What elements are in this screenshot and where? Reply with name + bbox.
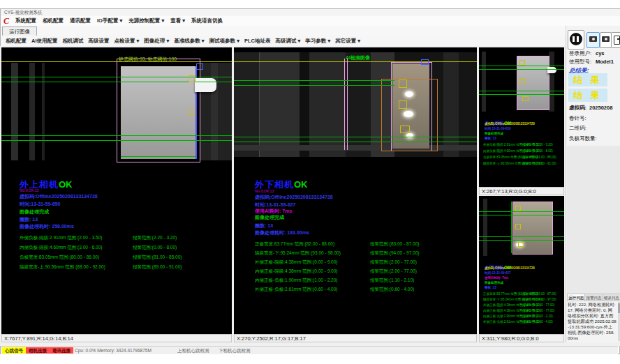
electrode-tab — [195, 78, 216, 92]
measure-line — [1, 82, 232, 82]
menu-item-3[interactable]: IO手配置 ▾ — [97, 17, 122, 24]
toolbar-item-2[interactable]: 相机调试 — [63, 38, 84, 45]
alarm-range: 报警范围:(0.00 - 8.00) — [522, 149, 553, 153]
toolbar-item-6[interactable]: 基准线参数 ▾ — [174, 38, 204, 45]
menu-item-6[interactable]: 系统语言切换 — [191, 17, 223, 24]
log-tab-2[interactable]: 错误日志 — [603, 294, 620, 301]
detect-mark — [421, 59, 429, 65]
alarm-range: 报警范围:(1.10 - 2.10) — [522, 314, 553, 318]
side-panel: 登录用户: cys 使用型号: Model1 总结果: 结 果 结 果 虚拟码:… — [566, 26, 620, 342]
cpu-memory-text: Cpu: 0.0% Memory: 3424.41796875M — [75, 348, 152, 353]
log-tabs: 运行日志报警日志错误日志 — [567, 294, 620, 301]
model-label: 使用型号: — [569, 59, 591, 66]
measurement-row: 内侧负极-隔膜:4.60mm 范围:(3.00 - 6.00)报警范围:(0.0… — [483, 149, 563, 156]
menu-item-4[interactable]: 光源控制配置 ▾ — [128, 17, 164, 24]
measurement-row: 外侧正极-负极:2.61mm 范围:(0.60 - 4.00)报警范围:(0.6… — [255, 287, 471, 296]
menu-item-1[interactable]: 相机配置 — [43, 17, 64, 24]
alarm-range: 报警范围:(0.00 - 8.00) — [133, 245, 177, 251]
qrcode-label: 二维码: — [569, 125, 586, 132]
camera-view-center[interactable]: AI检测图像 外下相机OK NG:0;OK:13 虚拟码:Offline2025… — [234, 47, 477, 334]
toolbar-item-11[interactable]: 其它设置 ▾ — [335, 38, 360, 45]
measure-line — [1, 135, 232, 136]
measurement-value: 外侧负极-隔膜:2.91mm 范围:(2.00 - 3.50) — [20, 235, 102, 240]
measure-line — [479, 66, 564, 66]
exit-button[interactable] — [611, 32, 620, 48]
detect-mark — [189, 109, 195, 116]
camera-result-title: 外下相机OK — [255, 179, 308, 190]
camera-name: 外下相机 — [255, 179, 294, 190]
image-texture — [11, 63, 18, 160]
log-text: 耗时: 222, 网络检测耗时: 17, 网络分类耗时: 0, 网络模拟分区耗时… — [568, 302, 617, 341]
detect-mark — [399, 100, 407, 109]
measurement-row: 内侧负极-隔膜:4.60mm 范围:(3.00 - 6.00)报警范围:(0.0… — [20, 245, 229, 255]
virtual-code-label: 虚拟码: — [569, 105, 586, 112]
window-title: CYS-视觉检测系统 — [4, 10, 43, 15]
detect-mark — [519, 78, 525, 84]
detect-mark — [400, 126, 410, 133]
turn-count: 圈数: 13 — [20, 217, 38, 222]
process-done: 图像处理完成 — [485, 282, 503, 285]
tab-run-image[interactable]: 运行图像 — [2, 26, 37, 36]
menu-item-5[interactable]: 查看 ▾ — [170, 17, 185, 24]
alarm-range: 报警范围:(2.20 - 3.20) — [522, 143, 553, 146]
process-done: 图像处理完成 — [255, 215, 284, 220]
toolbar-item-7[interactable]: 测试项参数 ▾ — [209, 38, 239, 45]
process-time: 图像处理耗时: 183.00ms — [255, 230, 309, 235]
measure-line — [479, 236, 564, 237]
camera-live-button[interactable] — [586, 32, 600, 48]
image-texture — [211, 63, 218, 160]
panel-spacer — [567, 146, 620, 294]
lower-camera-heartbeat: 下相机心跳检测 — [219, 348, 251, 354]
detect-mark — [519, 60, 525, 66]
measurement-row: 负极宽度:83.05mm 范围:(80.00 - 86.00)报警范围:(81.… — [20, 255, 229, 264]
process-done: 图像处理完成 — [20, 209, 49, 214]
turn-count: 圈数: 13 — [255, 223, 273, 228]
detect-mark — [515, 224, 521, 229]
coords-bar-left: X:7677;Y:891;R:14;G:14;B:14 — [1, 334, 232, 342]
tab-strip: 运行图像 — [1, 26, 565, 36]
alarm-range: 报警范围:(2.00 - 77.00) — [522, 309, 554, 312]
measurement-row: 正极宽度:83.77mm 范围:(82.00 - 88.00)报警范围:(83.… — [483, 292, 563, 298]
toolbar-item-4[interactable]: 点检设置 ▾ — [115, 38, 140, 45]
measure-line — [234, 85, 394, 86]
reference-line-yellow — [234, 61, 477, 62]
toolbar-item-9[interactable]: 高级调试 ▾ — [275, 38, 300, 45]
coords-bar-thumb-top: X:267;Y:13;R:0;G:0;B:0 — [479, 187, 564, 195]
toolbar-item-5[interactable]: 图像处理 ▾ — [144, 38, 169, 45]
menu-item-0[interactable]: 系统配置 — [15, 17, 36, 24]
alarm-range: 报警范围:(2.00 - 77.00) — [522, 303, 554, 307]
camera-view-left[interactable]: 静态阈值:93, 动态阈值:100 外上相机OK NG:0;OK:13 虚拟码:… — [1, 47, 232, 334]
log-tab-1[interactable]: 报警日志 — [584, 294, 602, 301]
tab-count-label: 负极耳数量: — [569, 135, 597, 142]
toolbar-item-10[interactable]: 学习参数 ▾ — [305, 38, 330, 45]
measurement-value: 内侧正极-隔膜:4.38mm 范围:(0.00 - 9.00) — [255, 268, 337, 273]
toolbar-item-8[interactable]: PLC地址表 — [244, 38, 271, 45]
menu-item-2[interactable]: 通讯配置 — [70, 17, 91, 24]
snapshot-button[interactable] — [600, 32, 612, 48]
measure-line — [479, 215, 564, 215]
measure-line — [479, 211, 564, 212]
measure-line — [479, 69, 564, 70]
thumbnail-view-bottom[interactable]: 外下相机OK 虚拟码:Offline20250208133134728 时间:1… — [479, 196, 564, 334]
detect-mark — [518, 242, 524, 247]
titlebar: CYS-视觉检测系统 — [1, 9, 620, 16]
toolbar-item-1[interactable]: AI使用配置 — [31, 38, 58, 45]
alarm-range: 报警范围:(0.60 - 4.00) — [370, 287, 414, 293]
measurement-value: 外侧正极-负极:2.61mm 范围:(0.60 - 4.00) — [255, 287, 337, 291]
pause-button[interactable] — [568, 30, 584, 50]
measure-line — [479, 240, 564, 241]
toolbar-item-3[interactable]: 高级设置 — [89, 38, 110, 45]
ai-image-label: AI检测图像 — [346, 55, 370, 60]
measurement-row: 内侧正极-隔膜:4.38mm 范围:(0.00 - 9.00)报警范围:(2.0… — [483, 309, 563, 314]
thumbnail-view-top[interactable]: 外上相机OK 虚拟码:Offline20250208133134728 时间:1… — [479, 47, 564, 187]
log-tab-0[interactable]: 运行日志 — [567, 294, 584, 301]
toolbar-item-0[interactable]: 相机配置 — [6, 38, 27, 45]
virtual-code: 虚拟码:Offline20250208133134728 — [20, 194, 98, 199]
alarm-range: 报警范围:(83.00 - 87.00) — [522, 292, 556, 296]
measurement-row: 正极宽度:83.77mm 范围:(82.00 - 88.00)报警范围:(83.… — [255, 241, 471, 250]
roi-box-orange — [381, 79, 438, 151]
status-bar: 心跳信号 相机连接 通讯连接 Cpu: 0.0% Memory: 3424.41… — [1, 346, 618, 354]
virtual-code: 虚拟码:Offline20250208133134728 — [485, 123, 535, 126]
alarm-range: 报警范围:(81.00 - 85.00) — [522, 156, 556, 159]
detect-mark — [515, 206, 521, 211]
